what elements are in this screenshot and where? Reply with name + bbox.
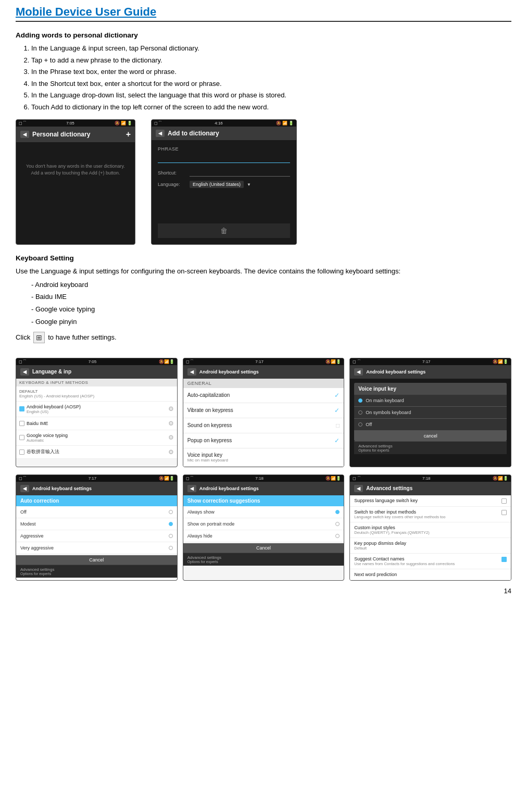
add-button-1[interactable]: + [126, 130, 131, 139]
adv-item-text-3: Custom input styles [354, 525, 507, 530]
vik-option-1[interactable]: On main keyboard [354, 395, 507, 407]
advanced-settings-screen: ◻ ⎴ 7:18 🔕📶🔋 ◀ Advanced settings Suppres… [349, 474, 511, 581]
step-1: In the Language & input screen, tap Pers… [31, 43, 511, 54]
scs-option-3[interactable]: Always hide [183, 530, 344, 542]
status-left-ac: ◻ ⎴ [19, 476, 26, 481]
ac-option-2[interactable]: Modest [16, 518, 177, 530]
scs-header: ◀ Android keyboard settings [183, 482, 344, 495]
aks1-item-label-2: Vibrate on keypress [187, 407, 233, 413]
status-right-vik: 🔕📶🔋 [493, 359, 508, 364]
scs-option-text-1: Always show [187, 509, 215, 515]
adv-item-3[interactable]: Custom input styles Deutsch (QWERTY), Fr… [350, 522, 511, 538]
scs-section-title: Show correction suggestions [183, 495, 344, 506]
screen2-footer: 🗑 [158, 223, 290, 238]
vik-option-3[interactable]: Off [354, 419, 507, 431]
vik-cancel-button[interactable]: cancel [354, 431, 507, 441]
step-6: Touch Add to dictionary in the top left … [31, 102, 511, 113]
aks1-item-4[interactable]: Popup on keypress ✓ [183, 433, 344, 448]
shortcut-input[interactable] [190, 169, 290, 177]
adv-item-6[interactable]: Next word prediction [350, 569, 511, 580]
keyboard-type-1: Android keyboard [31, 280, 511, 291]
ac-option-4[interactable]: Very aggressive [16, 542, 177, 554]
scs-advanced-settings[interactable]: Advanced settings Options for experts [183, 553, 344, 566]
ac-option-text-1: Off [20, 509, 27, 515]
status-icons-left: ◻⎴ [19, 121, 26, 126]
adv-item-5[interactable]: Suggest Contact names Use names from Con… [350, 554, 511, 569]
li-default-value: English (US) - Android keyboard (AOSP) [19, 394, 174, 398]
li-settings-icon-1[interactable]: ⚙ [168, 405, 174, 413]
back-btn-li[interactable]: ◀ [20, 368, 29, 376]
scs-option-2[interactable]: Show on portrait mode [183, 518, 344, 530]
title-divider [16, 21, 511, 22]
adv-item-text-2: Switch to other input methods [354, 509, 501, 515]
scs-cancel-button[interactable]: Cancel [183, 543, 344, 553]
ac-radio-1 [169, 510, 173, 514]
status-time-ac: 7:17 [89, 476, 97, 481]
page-title: Mobile Device User Guide [16, 5, 511, 19]
vik-advanced-settings[interactable]: Advanced settings Options for experts [354, 441, 507, 454]
vik-adv-sub: Options for experts [358, 448, 503, 452]
click-instruction: Click to have futher settings. [16, 332, 117, 343]
li-item-2[interactable]: Baidu IME ⚙ [16, 417, 177, 430]
li-settings-icon-2[interactable]: ⚙ [168, 420, 174, 427]
empty-message: You don't have any words in the user dic… [16, 142, 135, 197]
ac-radio-2 [169, 522, 173, 526]
back-button-2[interactable]: ◀ [156, 130, 165, 137]
status-right-ac: 🔕📶🔋 [159, 476, 174, 481]
delete-icon[interactable]: 🗑 [220, 227, 228, 235]
status-icons-right-2: 🔕📶🔋 [276, 121, 294, 126]
aks1-check-4: ✓ [334, 437, 340, 444]
aks1-item-1[interactable]: Auto-capitalization ✓ [183, 388, 344, 403]
adv-item-1[interactable]: Suppress language switch key [350, 495, 511, 507]
back-btn-aks1[interactable]: ◀ [187, 368, 196, 376]
aks1-item-3[interactable]: Sound on keypress □ [183, 418, 344, 433]
ac-option-text-3: Aggressive [20, 533, 44, 539]
add-to-dictionary-screen: ◻⎴ 4:16 🔕📶🔋 ◀ Add to dictionary PHRASE S… [151, 119, 297, 245]
li-settings-icon-3[interactable]: ⚙ [168, 434, 174, 441]
li-section-label: KEYBOARD & INPUT METHODS [16, 379, 177, 386]
status-right-scs: 🔕📶🔋 [325, 476, 341, 481]
aks1-item-sub-5: Mic on main keyboard [187, 458, 228, 463]
back-btn-ac[interactable]: ◀ [20, 485, 29, 492]
back-btn-scs[interactable]: ◀ [187, 485, 196, 492]
adv-checkbox-5 [501, 557, 507, 562]
ac-option-3[interactable]: Aggressive [16, 530, 177, 542]
status-time-1: 7:05 [66, 121, 74, 126]
grid-settings-icon [33, 332, 45, 343]
vik-option-2[interactable]: On symbols keyboard [354, 407, 507, 419]
adv-item-2[interactable]: Switch to other input methods Language s… [350, 507, 511, 522]
li-item-4[interactable]: 谷歌拼音输入法 ⚙ [16, 446, 177, 459]
scs-radio-1 [335, 510, 340, 514]
li-item-3[interactable]: Google voice typing Automatic ⚙ [16, 430, 177, 446]
li-checkbox-4 [19, 449, 24, 455]
adv-item-4[interactable]: Key popup dismiss delay Default [350, 538, 511, 554]
back-btn-vik[interactable]: ◀ [354, 368, 363, 376]
spacer [158, 192, 290, 223]
screen1-title: Personal dictionary [32, 131, 123, 138]
vik-radio-2 [358, 410, 362, 415]
back-button-1[interactable]: ◀ [20, 131, 29, 138]
ac-advanced-settings[interactable]: Advanced settings Options for experts [16, 565, 177, 578]
phrase-label: PHRASE [158, 146, 290, 152]
adv-item-sub-3: Deutsch (QWERTY), Français (QWERTY2) [354, 530, 507, 535]
ac-body: Auto correction Off Modest Aggressive Ve… [16, 495, 177, 580]
language-value[interactable]: English (United States) [190, 181, 244, 188]
back-btn-adv[interactable]: ◀ [354, 485, 363, 492]
vik-popup-title: Voice input key [354, 383, 507, 395]
status-icons-right: 🔕📶🔋 [115, 121, 132, 126]
aks1-item-2[interactable]: Vibrate on keypress ✓ [183, 403, 344, 418]
li-settings-icon-4[interactable]: ⚙ [168, 448, 174, 456]
auto-correction-screen: ◻ ⎴ 7:17 🔕📶🔋 ◀ Android keyboard settings… [16, 474, 178, 581]
aks1-item-5[interactable]: Voice input key Mic on main keyboard [183, 448, 344, 467]
ac-option-1[interactable]: Off [16, 506, 177, 518]
scs-option-1[interactable]: Always show [183, 506, 344, 518]
adv-item-sub-5: Use names from Contacts for suggestions … [354, 561, 501, 566]
ac-cancel-button[interactable]: Cancel [16, 555, 177, 565]
phrase-input[interactable] [158, 154, 290, 163]
aks1-item-label-1: Auto-capitalization [187, 392, 230, 398]
li-item-1[interactable]: Android keyboard (AOSP) English (US) ⚙ [16, 402, 177, 417]
scs-screen-title: Android keyboard settings [199, 486, 259, 491]
adv-item-sub-2: Language switch key covers other input m… [354, 515, 501, 519]
scs-radio-2 [335, 522, 340, 526]
adv-checkbox-1 [501, 498, 507, 504]
